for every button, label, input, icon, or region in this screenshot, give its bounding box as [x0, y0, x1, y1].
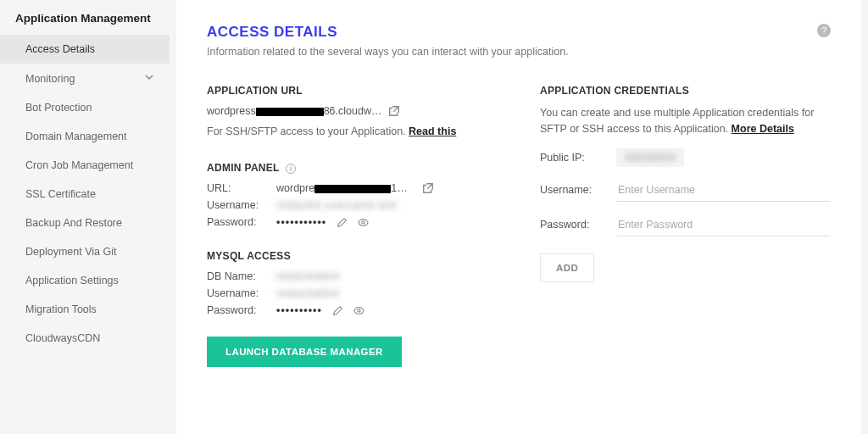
sidebar-item-cron-job-management[interactable]: Cron Job Management [0, 151, 170, 180]
admin-password-label: Password: [207, 216, 266, 228]
admin-panel-heading: ADMIN PANEL i [207, 162, 498, 174]
sidebar-item-label: Cron Job Management [25, 159, 133, 171]
app-url-prefix: wordpress [207, 105, 256, 117]
external-link-icon[interactable] [388, 105, 400, 117]
main-content: ? ACCESS DETAILS Information related to … [176, 0, 861, 434]
admin-password-value: ••••••••••• [276, 216, 326, 228]
left-column: APPLICATION URL wordpress86.cloudw… For … [207, 85, 498, 367]
sidebar-item-bot-protection[interactable]: Bot Protection [0, 93, 170, 122]
mysql-password-value: •••••••••• [276, 304, 322, 316]
cred-password-row: Password: [540, 214, 831, 236]
mysql-username-row: Username: redactedtext [207, 287, 498, 299]
svg-point-0 [362, 221, 364, 224]
sidebar-item-access-details[interactable]: Access Details [0, 35, 170, 64]
more-details-link[interactable]: More Details [732, 123, 794, 135]
sidebar-title: Application Management [0, 12, 170, 35]
sidebar-item-monitoring[interactable]: Monitoring [0, 64, 170, 93]
page-subtitle: Information related to the several ways … [207, 46, 831, 58]
sidebar-item-label: Domain Management [25, 131, 127, 142]
eye-icon[interactable] [353, 305, 364, 316]
page-title: ACCESS DETAILS [207, 24, 831, 41]
admin-username-label: Username: [207, 199, 266, 211]
pencil-icon[interactable] [332, 305, 343, 316]
mysql-heading: MYSQL ACCESS [207, 250, 498, 262]
app-url-suffix: 86.cloudw… [324, 105, 382, 117]
sidebar-item-application-settings[interactable]: Application Settings [0, 266, 170, 295]
sidebar-item-label: Application Settings [25, 275, 119, 287]
sidebar-item-label: Backup And Restore [25, 217, 122, 229]
sidebar-item-migration-tools[interactable]: Migration Tools [0, 295, 170, 324]
launch-database-manager-button[interactable]: LAUNCH DATABASE MANAGER [207, 337, 402, 367]
password-input[interactable] [616, 214, 831, 236]
external-link-icon[interactable] [422, 182, 434, 194]
eye-icon[interactable] [358, 217, 369, 228]
app-url-heading: APPLICATION URL [207, 85, 498, 97]
sidebar: Application Management Access Details Mo… [0, 0, 170, 434]
ssh-note: For SSH/SFTP access to your Application.… [207, 124, 498, 140]
public-ip-label: Public IP: [540, 152, 599, 164]
add-button[interactable]: ADD [540, 253, 594, 282]
sidebar-item-label: Deployment Via Git [25, 246, 116, 258]
sidebar-item-ssl-certificate[interactable]: SSL Certificate [0, 180, 170, 209]
admin-url-prefix: wordpre [276, 182, 314, 194]
sidebar-item-label: Bot Protection [25, 102, 92, 114]
mysql-dbname-row: DB Name: redactedtext [207, 270, 498, 282]
chevron-down-icon [144, 72, 154, 85]
mysql-password-label: Password: [207, 304, 266, 316]
app-url-row: wordpress86.cloudw… [207, 105, 498, 117]
cred-username-label: Username: [540, 184, 599, 196]
right-column: APPLICATION CREDENTIALS You can create a… [540, 85, 831, 367]
mysql-username-value: redactedtext [276, 287, 340, 299]
mysql-dbname-value: redactedtext [276, 270, 340, 282]
admin-url-row: URL: wordpre186.cloudw… [207, 182, 498, 194]
help-icon[interactable]: ? [817, 24, 831, 37]
admin-url-label: URL: [207, 182, 266, 194]
pencil-icon[interactable] [337, 217, 348, 228]
sidebar-item-label: SSL Certificate [25, 188, 96, 200]
mysql-username-label: Username: [207, 287, 266, 299]
cred-username-row: Username: [540, 179, 831, 202]
sidebar-item-label: Monitoring [25, 73, 75, 85]
sidebar-item-backup-restore[interactable]: Backup And Restore [0, 209, 170, 237]
app-credentials-description: You can create and use multiple Applicat… [540, 105, 831, 138]
svg-point-1 [358, 309, 360, 312]
public-ip-row: Public IP: 000000000 [540, 148, 831, 167]
sidebar-item-cloudways-cdn[interactable]: CloudwaysCDN [0, 324, 170, 353]
cred-password-label: Password: [540, 219, 599, 231]
admin-password-row: Password: ••••••••••• [207, 216, 498, 228]
redacted-block [256, 108, 324, 116]
redacted-block [314, 185, 391, 193]
admin-username-value: redacted username text [276, 199, 397, 211]
mysql-password-row: Password: •••••••••• [207, 304, 498, 316]
read-this-link[interactable]: Read this [409, 125, 456, 137]
sidebar-item-label: Access Details [25, 43, 95, 55]
sidebar-item-deployment-git[interactable]: Deployment Via Git [0, 237, 170, 266]
sidebar-item-label: CloudwaysCDN [25, 332, 100, 344]
sidebar-item-domain-management[interactable]: Domain Management [0, 122, 170, 151]
public-ip-value: 000000000 [616, 148, 684, 167]
admin-username-row: Username: redacted username text [207, 199, 498, 211]
username-input[interactable] [616, 179, 831, 202]
info-icon[interactable]: i [286, 164, 296, 174]
admin-url-suffix: 186.cloudw… [391, 182, 412, 194]
mysql-dbname-label: DB Name: [207, 270, 266, 282]
sidebar-item-label: Migration Tools [25, 303, 97, 315]
app-credentials-heading: APPLICATION CREDENTIALS [540, 85, 831, 97]
